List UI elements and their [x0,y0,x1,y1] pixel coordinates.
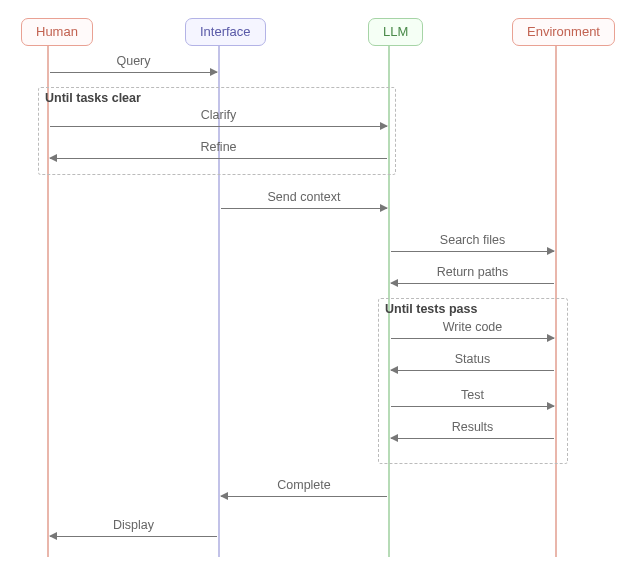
loop-tasks-clear-title: Until tasks clear [45,91,141,105]
label-display: Display [50,518,217,532]
loop-tests-pass-title: Until tests pass [385,302,477,316]
label-complete: Complete [221,478,387,492]
label-status: Status [391,352,554,366]
arrow-write-code: Write code [391,322,554,344]
label-refine: Refine [50,140,387,154]
arrow-send-context: Send context [221,192,387,214]
arrow-search-files: Search files [391,235,554,257]
participant-human: Human [21,18,93,46]
label-clarify: Clarify [50,108,387,122]
participant-interface: Interface [185,18,266,46]
label-search-files: Search files [391,233,554,247]
label-query: Query [50,54,217,68]
label-test: Test [391,388,554,402]
arrow-refine: Refine [50,142,387,164]
label-results: Results [391,420,554,434]
label-send-context: Send context [221,190,387,204]
arrow-results: Results [391,422,554,444]
label-return-paths: Return paths [391,265,554,279]
label-write-code: Write code [391,320,554,334]
arrow-complete: Complete [221,480,387,502]
arrow-return-paths: Return paths [391,267,554,289]
arrow-query: Query [50,56,217,78]
arrow-status: Status [391,354,554,376]
arrow-test: Test [391,390,554,412]
arrow-display: Display [50,520,217,542]
participant-llm: LLM [368,18,423,46]
arrow-clarify: Clarify [50,110,387,132]
participant-environment: Environment [512,18,615,46]
